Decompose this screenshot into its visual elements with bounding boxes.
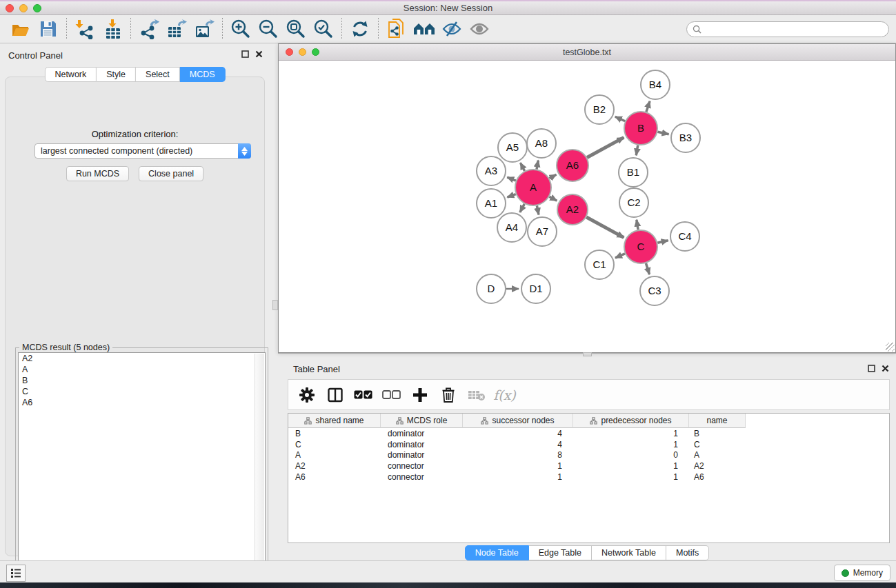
refresh-layout-button[interactable] (346, 17, 374, 41)
task-history-button[interactable] (6, 565, 26, 582)
tab-edge-table[interactable]: Edge Table (529, 545, 592, 560)
network-overview-button[interactable] (410, 17, 438, 41)
tab-node-table[interactable]: Node Table (465, 545, 529, 560)
mcds-result-item[interactable]: A6 (19, 397, 265, 408)
edge-B-B4[interactable] (646, 101, 650, 112)
network-graph[interactable]: ABCA6A2A1A3A4A5A7A8B1B2B3B4C1C2C3C4DD1 (279, 61, 895, 352)
export-image-button[interactable] (190, 17, 218, 41)
table-row[interactable]: Adominator80A (288, 450, 889, 461)
edge-A-A4[interactable] (520, 204, 524, 212)
network-window-titlebar[interactable]: testGlobe.txt (279, 44, 895, 61)
export-network-button[interactable] (135, 17, 163, 41)
node-D[interactable]: D (477, 274, 506, 303)
edge-A-A7[interactable] (537, 205, 539, 214)
edge-A6-B[interactable] (587, 137, 624, 157)
search-field[interactable] (686, 21, 889, 37)
vertical-splitter-handle[interactable] (272, 300, 278, 310)
node-B2[interactable]: B2 (585, 95, 614, 124)
node-D1[interactable]: D1 (521, 274, 550, 303)
edge-A-A1[interactable] (507, 194, 515, 198)
column-header-successor-nodes[interactable]: successor nodes (463, 414, 573, 428)
open-file-button[interactable] (7, 17, 34, 41)
edge-A-A6[interactable] (550, 174, 557, 179)
delete-table-button[interactable] (464, 383, 489, 407)
zoom-in-button[interactable] (227, 17, 255, 41)
edge-B-B1[interactable] (636, 145, 638, 156)
edge-B-B2[interactable] (615, 116, 625, 121)
zoom-window-button[interactable] (33, 4, 41, 12)
tab-network-table[interactable]: Network Table (592, 545, 666, 560)
edge-A-A2[interactable] (550, 196, 557, 201)
mcds-result-item[interactable]: A2 (19, 353, 265, 364)
node-A4[interactable]: A4 (497, 213, 526, 242)
node-C4[interactable]: C4 (670, 222, 699, 251)
tab-mcds[interactable]: MCDS (180, 67, 226, 82)
zoom-fit-button[interactable] (282, 17, 310, 41)
mcds-result-item[interactable]: C (19, 386, 265, 397)
node-C3[interactable]: C3 (640, 276, 669, 305)
close-panel-button[interactable]: Close panel (139, 166, 203, 181)
network-canvas[interactable]: ABCA6A2A1A3A4A5A7A8B1B2B3B4C1C2C3C4DD1 (279, 61, 895, 352)
edge-A-A3[interactable] (507, 177, 516, 181)
hide-panel-button[interactable] (438, 17, 466, 41)
edge-B-B3[interactable] (657, 132, 668, 134)
edge-C-C1[interactable] (615, 254, 625, 258)
scrollbar-track[interactable] (255, 354, 264, 579)
zoom-out-button[interactable] (255, 17, 282, 41)
node-B3[interactable]: B3 (671, 123, 700, 152)
criterion-dropdown[interactable]: largest connected component (directed) (34, 143, 251, 159)
tab-select[interactable]: Select (136, 67, 180, 82)
edge-A-A8[interactable] (537, 161, 538, 170)
save-session-button[interactable] (34, 17, 62, 41)
memory-button[interactable]: Memory (834, 565, 890, 581)
edge-C-C2[interactable] (637, 220, 638, 230)
column-header-predecessor-nodes[interactable]: predecessor nodes (573, 414, 689, 428)
export-table-button[interactable] (163, 17, 190, 41)
window-resize-grip[interactable] (886, 343, 895, 352)
apply-function-button[interactable]: f(x) (492, 383, 517, 407)
tab-network[interactable]: Network (44, 67, 97, 82)
mcds-result-list[interactable]: A2ABCA6 (18, 352, 266, 580)
zoom-network-button[interactable] (312, 48, 319, 56)
float-table-panel-icon[interactable] (868, 365, 875, 372)
float-panel-icon[interactable] (241, 50, 249, 58)
minimize-network-button[interactable] (299, 48, 306, 56)
duplicate-network-button[interactable] (383, 17, 410, 41)
node-A5[interactable]: A5 (498, 133, 527, 162)
edge-C-C4[interactable] (657, 241, 668, 243)
zoom-selected-button[interactable] (310, 17, 337, 41)
table-row[interactable]: A6connector11A6 (288, 472, 889, 483)
horizontal-splitter-handle[interactable] (583, 352, 592, 356)
edge-C-C3[interactable] (646, 263, 649, 274)
table-row[interactable]: Bdominator41B (288, 428, 889, 439)
show-column-button[interactable] (322, 383, 348, 407)
import-network-button[interactable] (71, 17, 99, 41)
close-table-panel-icon[interactable] (882, 365, 889, 372)
edge-A-A5[interactable] (520, 163, 524, 171)
select-all-button[interactable] (350, 383, 376, 407)
table-row[interactable]: Cdominator41C (288, 439, 889, 450)
column-header-MCDS-role[interactable]: MCDS role (381, 414, 463, 428)
show-panel-button[interactable] (466, 17, 493, 41)
column-header-name[interactable]: name (689, 414, 746, 428)
add-row-button[interactable] (407, 383, 432, 407)
mcds-result-item[interactable]: A (19, 364, 265, 375)
delete-row-button[interactable] (435, 383, 461, 407)
import-table-button[interactable] (99, 17, 126, 41)
node-A7[interactable]: A7 (528, 217, 557, 246)
node-B1[interactable]: B1 (619, 158, 648, 187)
table-options-button[interactable] (294, 383, 319, 407)
tab-style[interactable]: Style (97, 67, 136, 82)
tab-motifs[interactable]: Motifs (666, 545, 709, 560)
node-B[interactable]: B (624, 112, 657, 145)
mcds-result-item[interactable]: B (19, 375, 265, 386)
column-header-shared-name[interactable]: shared name (288, 414, 381, 428)
table-row[interactable]: A2connector11A2 (288, 460, 889, 472)
close-window-button[interactable] (6, 4, 14, 12)
node-A1[interactable]: A1 (477, 189, 506, 218)
main-titlebar[interactable]: Session: New Session (0, 1, 896, 15)
node-C1[interactable]: C1 (585, 250, 614, 279)
node-A8[interactable]: A8 (527, 129, 556, 158)
close-network-button[interactable] (286, 48, 293, 56)
node-C[interactable]: C (624, 230, 657, 263)
